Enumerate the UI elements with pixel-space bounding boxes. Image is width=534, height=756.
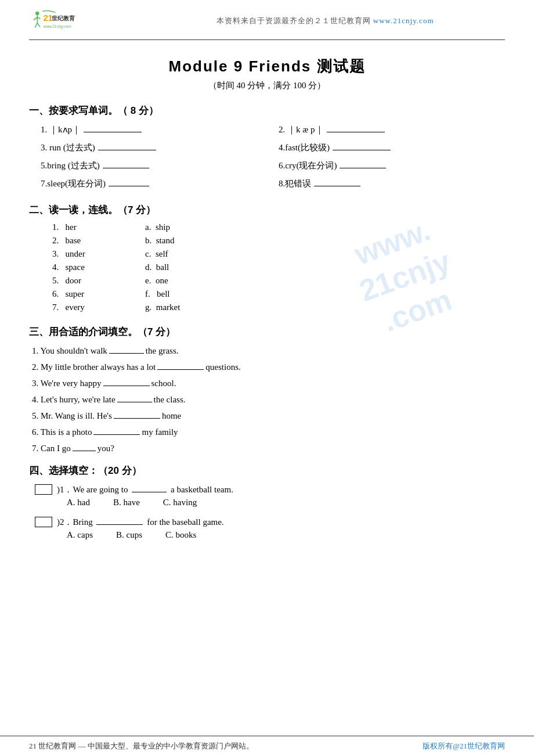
- list-item: 4. space: [52, 262, 99, 272]
- answer-bracket: [35, 484, 52, 495]
- list-item: 2. base: [52, 236, 99, 246]
- word-item-4: 4.fast(比较级): [279, 141, 505, 153]
- blank: [132, 483, 167, 492]
- section4-title: 四、选择填空：（20 分）: [29, 464, 505, 477]
- section3-title: 三、用合适的介词填空。（7 分）: [29, 325, 505, 339]
- svg-text:世纪教育: 世纪教育: [52, 15, 75, 21]
- blank-3: [98, 141, 156, 150]
- page-header: 21 世纪教育 www.21cnjy.com 本资料来自于资源最齐全的２１世纪教…: [29, 0, 505, 40]
- list-item: e. one: [145, 276, 192, 286]
- section2-title: 二、读一读，连线。（7 分）: [29, 203, 505, 217]
- word-item-3: 3. run (过去式): [41, 141, 267, 153]
- blank-7: [109, 177, 149, 186]
- list-item: 1. You shouldn't walk the grass.: [32, 344, 505, 356]
- header-url-link[interactable]: www.21cnjy.com: [373, 16, 434, 25]
- list-item: 4. Let's hurry, we're latethe class.: [32, 393, 505, 405]
- mc-row: )2．Bring for the baseball game.: [35, 516, 505, 528]
- match-right: a. ship b. stand c. self d. ball e. one …: [145, 222, 192, 315]
- section2-content: 1. her 2. base 3. under 4. space 5. door…: [52, 222, 505, 315]
- list-item: d. ball: [145, 262, 192, 272]
- svg-text:21: 21: [44, 13, 53, 23]
- main-title: Module 9 Friends 测试题: [29, 56, 505, 77]
- logo-icon: 21 世纪教育 www.21cnjy.com: [29, 6, 104, 36]
- subtitle: （时间 40 分钟，满分 100 分）: [29, 80, 505, 91]
- list-item: 5. Mr. Wang is ill. He'shome: [32, 409, 505, 421]
- section1-title: 一、按要求写单词。（ 8 分）: [29, 104, 505, 117]
- blank-8: [314, 177, 360, 186]
- section1-content: 1. ｜kʌp｜ 2. ｜k æ p｜ 3. run (过去式) 4.fast(…: [41, 123, 505, 193]
- match-left: 1. her 2. base 3. under 4. space 5. door…: [52, 222, 99, 315]
- list-item: c. self: [145, 249, 192, 259]
- blank-6: [340, 159, 386, 168]
- blank: [96, 516, 143, 525]
- list-item: 5. door: [52, 276, 99, 286]
- list-item: 7. every: [52, 303, 99, 312]
- list-item: a. ship: [145, 222, 192, 232]
- word-item-1: 1. ｜kʌp｜: [41, 123, 267, 135]
- word-item-6: 6.cry(现在分词): [279, 159, 505, 171]
- section4-content: )1．We are going to a basketball team. A.…: [35, 483, 505, 540]
- footer-copyright-link[interactable]: 版权所有@21世纪教育网: [423, 741, 505, 751]
- mc-options: A. caps B. cups C. books: [67, 530, 505, 540]
- mc-row: )1．We are going to a basketball team.: [35, 483, 505, 495]
- blank-2: [327, 123, 385, 132]
- mc-item-1: )1．We are going to a basketball team. A.…: [35, 483, 505, 507]
- logo-area: 21 世纪教育 www.21cnjy.com: [29, 6, 145, 36]
- word-item-7: 7.sleep(现在分词): [41, 177, 267, 189]
- blank-5: [103, 159, 149, 168]
- list-item: 1. her: [52, 222, 99, 232]
- blank: [109, 344, 144, 354]
- list-item: 7. Can I go you?: [32, 442, 505, 453]
- list-item: f. bell: [145, 289, 192, 299]
- page-footer: 21 世纪教育网 — 中国最大型、最专业的中小学教育资源门户网站。 版权所有@2…: [0, 736, 534, 756]
- list-item: 3. under: [52, 249, 99, 259]
- blank: [103, 377, 150, 386]
- list-item: g. market: [145, 303, 192, 312]
- answer-bracket: [35, 517, 52, 527]
- word-item-2: 2. ｜k æ p｜: [279, 123, 505, 135]
- list-item: 2. My little brother always has a lot qu…: [32, 361, 505, 372]
- svg-text:www.21cnjy.com: www.21cnjy.com: [43, 24, 71, 29]
- mc-options: A. had B. have C. having: [67, 498, 505, 507]
- svg-point-1: [35, 12, 39, 16]
- footer-left: 21 世纪教育网 — 中国最大型、最专业的中小学教育资源门户网站。: [29, 741, 254, 751]
- list-item: 6. super: [52, 289, 99, 299]
- list-item: 6. This is a photo my family: [32, 426, 505, 437]
- header-tagline: 本资料来自于资源最齐全的２１世纪教育网 www.21cnjy.com: [145, 16, 505, 26]
- blank-1: [84, 123, 142, 132]
- word-item-5: 5.bring (过去式): [41, 159, 267, 171]
- blank: [93, 426, 140, 435]
- blank: [73, 442, 96, 451]
- blank: [117, 393, 152, 402]
- word-item-8: 8.犯错误: [279, 177, 505, 189]
- blank: [114, 409, 160, 419]
- list-item: 3. We're very happy school.: [32, 377, 505, 388]
- list-item: b. stand: [145, 236, 192, 246]
- section3-content: 1. You shouldn't walk the grass. 2. My l…: [32, 344, 505, 453]
- blank-4: [333, 141, 391, 150]
- blank: [157, 361, 204, 370]
- mc-item-2: )2．Bring for the baseball game. A. caps …: [35, 516, 505, 540]
